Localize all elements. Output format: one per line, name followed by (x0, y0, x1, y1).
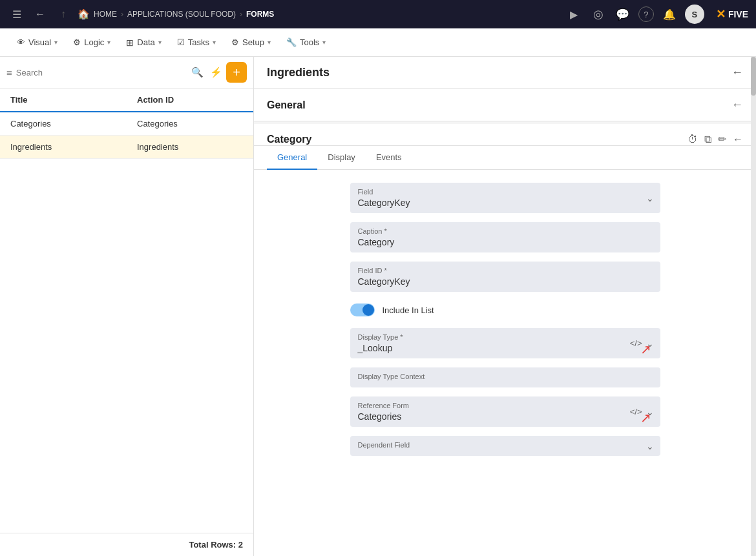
tools-chevron: ▾ (322, 39, 326, 46)
nav-tasks[interactable]: ☑ Tasks ▾ (171, 34, 222, 51)
history-icon[interactable]: ⏱ (688, 134, 698, 145)
help-icon[interactable]: ? (638, 6, 654, 22)
display-type-value: _Lookup (358, 343, 622, 353)
display-type-code-icon[interactable]: </> (630, 338, 642, 348)
setup-icon: ⚙ (231, 37, 239, 47)
reference-form-code-icon[interactable]: </> (630, 407, 642, 417)
nav-setup[interactable]: ⚙ Setup ▾ (225, 34, 277, 51)
include-in-list-toggle[interactable] (350, 304, 375, 316)
row-action-id: Categories (127, 112, 253, 135)
back-arrow-icon[interactable]: ← (31, 5, 49, 23)
caption-value: Category (358, 237, 653, 247)
include-in-list-row: Include In List (350, 301, 660, 319)
include-in-list-label: Include In List (383, 305, 434, 315)
edit-icon[interactable]: ✏ (718, 133, 726, 145)
general-section: General ← (254, 89, 756, 121)
col-title: Title (0, 88, 127, 111)
avatar[interactable]: S (685, 5, 704, 24)
chat-icon[interactable]: 💬 (614, 5, 632, 23)
setup-label: Setup (242, 37, 264, 47)
tab-display[interactable]: Display (317, 146, 366, 170)
main-layout: ≡ 🔍 ⚡ + Title Action ID Categories Categ… (0, 57, 756, 556)
row-title: Ingredients (0, 136, 127, 158)
menu-icon[interactable]: ☰ (8, 5, 26, 23)
row-action-id: Ingredients (127, 136, 253, 158)
nav-tools[interactable]: 🔧 Tools ▾ (280, 34, 332, 51)
logic-chevron: ▾ (107, 39, 110, 46)
field-id: Field ID * CategoryKey (350, 262, 660, 292)
field-field: Field CategoryKey ⌄ (350, 183, 660, 213)
breadcrumb-sep1: › (121, 10, 123, 19)
search-input[interactable] (16, 68, 187, 77)
reference-form-value: Categories (358, 411, 622, 422)
lightning-icon[interactable]: ⚡ (210, 67, 222, 78)
visual-icon: 👁 (17, 37, 25, 47)
field-id-value: CategoryKey (358, 276, 653, 287)
general-back-arrow-icon[interactable]: ← (731, 98, 743, 112)
table-row[interactable]: Categories Categories (0, 112, 253, 136)
tab-events[interactable]: Events (366, 146, 412, 170)
display-type-icons: </> ⌄ (630, 338, 654, 349)
toggle-knob (362, 304, 374, 316)
nav-logic[interactable]: ⚙ Logic ▾ (67, 34, 117, 51)
field-dropdown-icon[interactable]: ⌄ (646, 193, 654, 203)
panel-back-arrow-icon[interactable]: ← (731, 66, 743, 79)
display-type-context-content: Display Type Context (358, 373, 653, 382)
field-dependent-field: Dependent Field ⌄ (350, 436, 660, 456)
tab-general[interactable]: General (267, 146, 317, 170)
app-label[interactable]: APPLICATIONS (SOUL FOOD) (127, 10, 236, 19)
card-actions: ⏱ ⧉ ✏ ← (688, 133, 743, 145)
secondary-nav: 👁 Visual ▾ ⚙ Logic ▾ ⊞ Data ▾ ☑ Tasks ▾ … (0, 28, 756, 57)
dependent-field-content: Dependent Field (358, 441, 622, 451)
search-icon[interactable]: 🔍 (191, 67, 204, 78)
nav-data[interactable]: ⊞ Data ▾ (120, 34, 167, 52)
top-nav: ☰ ← ↑ 🏠 HOME › APPLICATIONS (SOUL FOOD) … (0, 0, 756, 28)
right-panel: Ingredients ← General ← Category ⏱ ⧉ ✏ ←… (254, 57, 756, 556)
tabs: General Display Events (254, 146, 756, 170)
forward-arrow-icon[interactable]: ↑ (54, 5, 72, 23)
data-chevron: ▾ (158, 39, 162, 46)
nav-visual[interactable]: 👁 Visual ▾ (10, 34, 64, 51)
data-icon: ⊞ (126, 37, 134, 48)
field-label: Field (358, 188, 622, 196)
scrollbar-track[interactable] (751, 57, 756, 556)
display-type-dropdown-icon[interactable]: ⌄ (646, 338, 654, 349)
category-back-arrow-icon[interactable]: ← (733, 134, 743, 145)
home-icon: 🏠 (78, 8, 90, 20)
general-title: General (267, 99, 306, 111)
tasks-label: Tasks (188, 37, 209, 47)
copy-icon[interactable]: ⧉ (704, 134, 711, 145)
home-label[interactable]: HOME (94, 10, 117, 19)
scrollbar-thumb[interactable] (751, 57, 756, 96)
caption-content: Caption * Category (358, 227, 653, 247)
play-icon[interactable]: ▶ (565, 5, 583, 23)
five-logo: ✕ FIVE (716, 7, 748, 21)
field-icons: ⌄ (646, 193, 654, 203)
add-button[interactable]: + (226, 62, 247, 83)
left-panel: ≡ 🔍 ⚡ + Title Action ID Categories Categ… (0, 57, 254, 556)
caption-label: Caption * (358, 227, 653, 235)
panel-header: Ingredients ← (254, 57, 756, 89)
logic-label: Logic (84, 37, 104, 47)
tasks-icon: ☑ (177, 37, 185, 47)
form-inner: Field CategoryKey ⌄ Caption * Category (350, 183, 660, 543)
table-row[interactable]: Ingredients Ingredients (0, 136, 253, 159)
bell-icon[interactable]: 🔔 (660, 5, 678, 23)
dependent-field-dropdown-icon[interactable]: ⌄ (646, 441, 654, 451)
row-title: Categories (0, 112, 127, 135)
search-bar: ≡ 🔍 ⚡ + (0, 57, 253, 88)
display-type-label: Display Type * (358, 333, 622, 341)
display-type-content: Display Type * _Lookup (358, 333, 622, 353)
filter-icon: ≡ (6, 67, 12, 78)
dependent-field-icons: ⌄ (646, 441, 654, 451)
tasks-chevron: ▾ (213, 39, 216, 46)
field-display-type: Display Type * _Lookup </> ⌄ ↗ (350, 328, 660, 358)
category-card-header: Category ⏱ ⧉ ✏ ← (254, 124, 756, 146)
reference-form-dropdown-icon[interactable]: ⌄ (646, 407, 654, 417)
reference-form-icons: </> ⌄ (630, 407, 654, 417)
category-card: Category ⏱ ⧉ ✏ ← General Display Events (254, 124, 756, 556)
display-type-context-label: Display Type Context (358, 373, 653, 380)
search-circle-icon[interactable]: ◎ (589, 5, 607, 23)
forms-label[interactable]: FORMS (246, 10, 274, 19)
category-title: Category (267, 134, 311, 145)
